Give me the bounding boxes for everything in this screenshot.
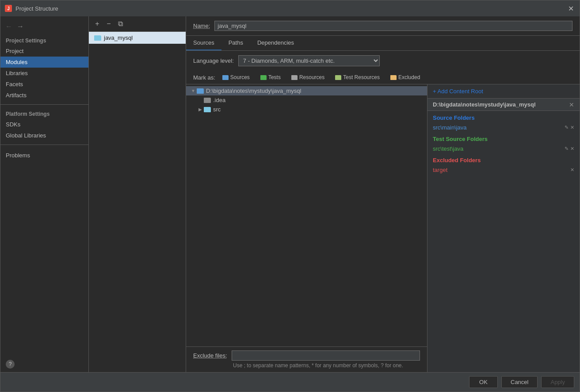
sidebar-item-sdks[interactable]: SDKs bbox=[0, 119, 88, 130]
split-panel: D:\bigdata\notes\mystudy\java_mysql .ide… bbox=[186, 84, 580, 372]
platform-settings-header: Platform Settings bbox=[0, 108, 88, 119]
sidebar-item-artifacts[interactable]: Artifacts bbox=[0, 90, 88, 101]
sidebar-item-problems[interactable]: Problems bbox=[0, 148, 88, 162]
exclude-files-label: Exclude files: bbox=[193, 352, 227, 359]
tree-label-idea: .idea bbox=[213, 97, 225, 103]
language-level-label: Language level: bbox=[193, 57, 234, 64]
roots-header: + Add Content Root bbox=[427, 84, 580, 99]
language-level-select[interactable]: 1 - No new features2 - Inner classes3 - … bbox=[238, 55, 380, 66]
mark-excluded-button[interactable]: Excluded bbox=[387, 73, 424, 81]
project-settings-header: Project Settings bbox=[0, 35, 88, 46]
forward-button[interactable]: → bbox=[15, 22, 25, 31]
remove-module-button[interactable]: − bbox=[104, 19, 114, 29]
sidebar-item-libraries[interactable]: Libraries bbox=[0, 68, 88, 79]
tree-folder-idea bbox=[204, 98, 211, 103]
name-input[interactable] bbox=[214, 21, 572, 31]
sidebar-item-modules[interactable]: Modules bbox=[0, 57, 88, 68]
help-icon[interactable]: ? bbox=[6, 360, 15, 369]
mark-tests-button[interactable]: Tests bbox=[257, 73, 284, 81]
exclude-row: Exclude files: bbox=[193, 350, 420, 361]
back-button[interactable]: ← bbox=[4, 22, 14, 31]
module-panel: + − ⧉ java_mysql bbox=[89, 16, 186, 372]
sidebar-item-facets[interactable]: Facets bbox=[0, 79, 88, 90]
apply-button[interactable]: Apply bbox=[541, 376, 574, 388]
source-folders-header: Source Folders bbox=[427, 111, 580, 123]
module-name: java_mysql bbox=[104, 34, 133, 41]
add-content-root-button[interactable]: + Add Content Root bbox=[433, 88, 483, 95]
test-source-folder-path-0: src\test\java bbox=[433, 145, 463, 152]
app-icon: J bbox=[5, 5, 12, 12]
exclude-files-input[interactable] bbox=[232, 350, 420, 361]
source-folder-actions-0 bbox=[565, 125, 574, 130]
module-item-java-mysql[interactable]: java_mysql bbox=[89, 32, 186, 44]
window-title: Project Structure bbox=[15, 5, 58, 12]
resources-folder-icon bbox=[291, 75, 298, 80]
source-folder-entry-0: src\main\java bbox=[427, 123, 580, 132]
tree-root[interactable]: D:\bigdata\notes\mystudy\java_mysql bbox=[186, 86, 427, 95]
copy-module-button[interactable]: ⧉ bbox=[115, 19, 125, 29]
mark-tests-label: Tests bbox=[268, 74, 281, 80]
source-folder-remove-0[interactable] bbox=[570, 125, 574, 130]
sidebar-bottom: ? bbox=[0, 356, 88, 372]
sidebar-divider-2 bbox=[0, 145, 88, 145]
excluded-folder-entry-0: target bbox=[427, 165, 580, 175]
cancel-button[interactable]: Cancel bbox=[501, 376, 538, 388]
exclude-hint: Use ; to separate name patterns, * for a… bbox=[193, 362, 420, 369]
tabs-bar: Sources Paths Dependencies bbox=[186, 36, 580, 51]
tree-root-label: D:\bigdata\notes\mystudy\java_mysql bbox=[206, 88, 301, 94]
tree-folder-src bbox=[204, 107, 211, 112]
tree-arrow-src bbox=[197, 107, 204, 112]
tree-arrow-root bbox=[190, 88, 197, 93]
mark-test-resources-button[interactable]: Test Resources bbox=[332, 73, 383, 81]
excluded-folders-header: Excluded Folders bbox=[427, 153, 580, 165]
sidebar-nav: ← → bbox=[0, 20, 88, 35]
tree-item-src[interactable]: src bbox=[186, 105, 427, 114]
mark-sources-button[interactable]: Sources bbox=[219, 73, 253, 81]
module-toolbar: + − ⧉ bbox=[89, 16, 186, 32]
main-content: ← → Project Settings Project Modules Lib… bbox=[0, 16, 580, 372]
tree-folder-root bbox=[197, 88, 204, 94]
test-source-folder-remove-0[interactable] bbox=[570, 146, 574, 152]
mark-test-resources-label: Test Resources bbox=[343, 74, 380, 80]
test-source-folder-actions-0 bbox=[565, 146, 574, 152]
tab-dependencies[interactable]: Dependencies bbox=[250, 36, 301, 50]
roots-panel: + Add Content Root D:\bigdata\notes\myst… bbox=[427, 84, 580, 372]
mark-resources-button[interactable]: Resources bbox=[288, 73, 328, 81]
bottom-bar: OK Cancel Apply bbox=[0, 372, 580, 392]
root-path-row: D:\bigdata\notes\mystudy\java_mysql ✕ bbox=[427, 99, 580, 111]
close-button[interactable]: ✕ bbox=[566, 4, 575, 13]
test-source-folder-entry-0: src\test\java bbox=[427, 144, 580, 153]
sidebar-divider bbox=[0, 104, 88, 105]
module-folder-icon bbox=[94, 35, 101, 41]
ok-button[interactable]: OK bbox=[469, 376, 498, 388]
excluded-folder-icon bbox=[390, 75, 397, 80]
test-source-folder-edit-0[interactable] bbox=[565, 146, 569, 152]
excluded-folder-remove-0[interactable] bbox=[570, 167, 574, 173]
project-structure-window: J Project Structure ✕ ← → Project Settin… bbox=[0, 0, 580, 392]
name-row: Name: bbox=[186, 16, 580, 36]
file-tree: D:\bigdata\notes\mystudy\java_mysql .ide… bbox=[186, 84, 427, 346]
title-bar: J Project Structure ✕ bbox=[0, 0, 580, 16]
name-label: Name: bbox=[193, 23, 210, 29]
sidebar-item-global-libraries[interactable]: Global Libraries bbox=[0, 130, 88, 141]
mark-as-row: Mark as: Sources Tests Resources bbox=[186, 71, 580, 84]
mark-resources-label: Resources bbox=[299, 74, 324, 80]
tree-item-idea[interactable]: .idea bbox=[186, 95, 427, 105]
mark-sources-label: Sources bbox=[230, 74, 250, 80]
add-module-button[interactable]: + bbox=[92, 19, 102, 29]
language-level-row: Language level: 1 - No new features2 - I… bbox=[186, 51, 580, 71]
source-folder-edit-0[interactable] bbox=[565, 125, 569, 130]
tab-paths[interactable]: Paths bbox=[221, 36, 250, 50]
test-source-folders-header: Test Source Folders bbox=[427, 132, 580, 144]
tree-label-src: src bbox=[213, 106, 221, 113]
mark-excluded-label: Excluded bbox=[398, 74, 420, 80]
root-path-text: D:\bigdata\notes\mystudy\java_mysql bbox=[433, 101, 536, 108]
excluded-folder-path-0: target bbox=[433, 167, 447, 173]
tab-sources[interactable]: Sources bbox=[186, 36, 221, 50]
file-tree-container: D:\bigdata\notes\mystudy\java_mysql .ide… bbox=[186, 84, 427, 372]
sidebar-item-project[interactable]: Project bbox=[0, 46, 88, 57]
test-resources-folder-icon bbox=[335, 75, 341, 80]
content-area: Name: Sources Paths Dependencies Languag… bbox=[186, 16, 580, 372]
source-folder-path-0: src\main\java bbox=[433, 124, 467, 131]
root-close-button[interactable]: ✕ bbox=[569, 102, 574, 108]
